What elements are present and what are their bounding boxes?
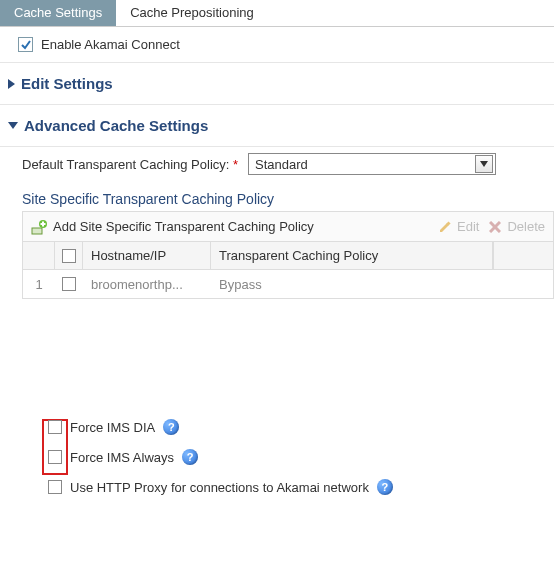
tab-bar: Cache Settings Cache Prepositioning bbox=[0, 0, 554, 27]
force-ims-dia-checkbox[interactable] bbox=[48, 420, 62, 434]
add-site-policy-button[interactable]: Add Site Specific Transparent Caching Po… bbox=[31, 219, 429, 235]
add-site-policy-label: Add Site Specific Transparent Caching Po… bbox=[53, 219, 314, 234]
force-ims-always-checkbox[interactable] bbox=[48, 450, 62, 464]
delete-button: Delete bbox=[487, 219, 545, 235]
site-policy-table: Hostname/IP Transparent Caching Policy 1… bbox=[22, 241, 554, 299]
edit-settings-header[interactable]: Edit Settings bbox=[0, 63, 554, 105]
help-icon[interactable]: ? bbox=[182, 449, 198, 465]
chevron-down-icon bbox=[480, 160, 488, 168]
force-ims-always-row[interactable]: Force IMS Always ? bbox=[42, 449, 554, 465]
site-specific-header: Site Specific Transparent Caching Policy bbox=[22, 191, 554, 207]
row-policy: Bypass bbox=[211, 277, 553, 292]
enable-akamai-row[interactable]: Enable Akamai Connect bbox=[18, 37, 554, 52]
row-index: 1 bbox=[23, 277, 55, 292]
row-checkbox[interactable] bbox=[62, 277, 76, 291]
col-hostname-header[interactable]: Hostname/IP bbox=[83, 242, 211, 269]
edit-button: Edit bbox=[437, 219, 479, 235]
default-policy-row: Default Transparent Caching Policy: * St… bbox=[22, 153, 554, 175]
delete-button-label: Delete bbox=[507, 219, 545, 234]
dropdown-button[interactable] bbox=[475, 155, 493, 173]
force-ims-dia-label: Force IMS DIA bbox=[70, 420, 155, 435]
default-policy-label: Default Transparent Caching Policy: * bbox=[22, 157, 238, 172]
row-hostname: broomenorthp... bbox=[83, 277, 211, 292]
chevron-right-icon bbox=[8, 79, 15, 89]
svg-marker-0 bbox=[480, 161, 488, 167]
col-spacer-end bbox=[493, 242, 553, 269]
col-policy-header[interactable]: Transparent Caching Policy bbox=[211, 242, 493, 269]
advanced-body: Default Transparent Caching Policy: * St… bbox=[0, 147, 554, 495]
lower-options: Force IMS DIA ? Force IMS Always ? Use H… bbox=[22, 419, 554, 495]
help-icon[interactable]: ? bbox=[377, 479, 393, 495]
advanced-settings-label: Advanced Cache Settings bbox=[24, 117, 208, 134]
row-checkbox-cell bbox=[55, 277, 83, 291]
delete-icon bbox=[487, 219, 503, 235]
enable-akamai-label: Enable Akamai Connect bbox=[41, 37, 180, 52]
use-http-proxy-checkbox[interactable] bbox=[48, 480, 62, 494]
col-checkbox-header bbox=[55, 242, 83, 269]
edit-settings-label: Edit Settings bbox=[21, 75, 113, 92]
table-header: Hostname/IP Transparent Caching Policy bbox=[23, 242, 553, 270]
col-index-header bbox=[23, 242, 55, 269]
required-star-icon: * bbox=[233, 157, 238, 172]
site-toolbar: Add Site Specific Transparent Caching Po… bbox=[22, 211, 554, 241]
use-http-proxy-row[interactable]: Use HTTP Proxy for connections to Akamai… bbox=[42, 479, 554, 495]
default-policy-value: Standard bbox=[255, 157, 308, 172]
default-policy-select[interactable]: Standard bbox=[248, 153, 496, 175]
svg-rect-4 bbox=[41, 223, 46, 225]
enable-section: Enable Akamai Connect bbox=[0, 27, 554, 63]
tab-cache-prepositioning[interactable]: Cache Prepositioning bbox=[116, 0, 268, 26]
use-http-proxy-label: Use HTTP Proxy for connections to Akamai… bbox=[70, 480, 369, 495]
svg-rect-1 bbox=[32, 228, 42, 234]
force-ims-dia-row[interactable]: Force IMS DIA ? bbox=[42, 419, 554, 435]
edit-button-label: Edit bbox=[457, 219, 479, 234]
select-all-checkbox[interactable] bbox=[62, 249, 76, 263]
help-icon[interactable]: ? bbox=[163, 419, 179, 435]
force-ims-always-label: Force IMS Always bbox=[70, 450, 174, 465]
add-icon bbox=[31, 219, 47, 235]
pencil-icon bbox=[437, 219, 453, 235]
enable-akamai-checkbox[interactable] bbox=[18, 37, 33, 52]
advanced-settings-header[interactable]: Advanced Cache Settings bbox=[0, 105, 554, 147]
table-row[interactable]: 1 broomenorthp... Bypass bbox=[23, 270, 553, 298]
default-policy-label-text: Default Transparent Caching Policy: bbox=[22, 157, 229, 172]
chevron-down-icon bbox=[8, 122, 18, 129]
tab-cache-settings[interactable]: Cache Settings bbox=[0, 0, 116, 26]
